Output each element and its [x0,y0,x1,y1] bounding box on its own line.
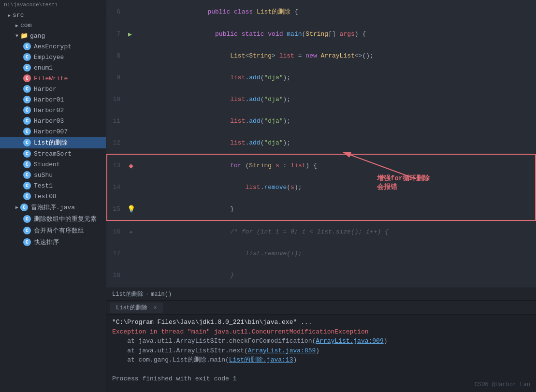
breakpoint-icon: ◆ [129,162,133,171]
table-row: 7 ▶ public static void main(String[] arg… [107,23,536,45]
breadcrumb-class: List的删除 [112,290,144,298]
class-icon: C [23,215,31,223]
code-table: 6 public class List的删除 { 7 ▶ [106,0,536,288]
class-icon: C [23,85,31,93]
sidebar-item-merge-arr[interactable]: C 合并两个有序数组 [0,225,106,236]
sidebar-item-streamsort[interactable]: C StreamSort [0,148,106,159]
sidebar-item-label: AesEncrypt [34,43,72,50]
sidebar-item-label: suShu [34,172,53,179]
line-code: list.add("dja"); [136,88,536,110]
class-icon: C [23,160,31,168]
sidebar-item-label: Student [34,161,60,168]
terminal-line [112,365,530,375]
line-number: 10 [107,88,126,110]
code-editor: 6 public class List的删除 { 7 ▶ [106,0,536,288]
table-row: 15 💡 } [107,198,536,220]
hint-icon: 💡 [127,205,135,213]
line-number: 19 [107,286,126,288]
arrow-icon: ▶ [8,13,11,18]
line-number: 6 [107,0,126,23]
terminal-process-finished: Process finished with exit code 1 [112,375,236,382]
line-code: list.removeAll(list); [136,286,536,288]
sidebar-item-label: Harbor03 [34,117,64,125]
sidebar-item-label: 快速排序 [34,238,59,247]
line-code: list.add("dja"); [136,67,536,88]
sidebar-item-label: 删除数组中的重复元素 [34,215,97,223]
sidebar-item-harbor[interactable]: C Harbor [0,84,106,94]
line-number: 8 [107,45,126,67]
terminal-text: at java.util.ArrayList$Itr.checkForComod… [112,337,316,345]
class-icon: C [23,227,31,234]
sidebar-item-harbor007[interactable]: C Harbor007 [0,126,106,137]
sidebar-item-label: Test1 [34,182,53,189]
terminal-text: ) [293,356,297,363]
sidebar-item-aesencrypt[interactable]: C AesEncrypt [0,41,106,52]
sidebar-item-filewrite[interactable]: C FileWrite [0,73,106,84]
sidebar-item-label: List的删除 [34,138,68,147]
line-number: 16 [107,220,126,243]
class-icon: C [23,53,31,61]
sidebar-item-label: com [20,22,31,29]
line-code: /* for (int i = 0; i < list.size(); i++)… [136,220,536,243]
class-icon: C [23,106,31,114]
sidebar-item-label: Harbor [34,86,57,93]
line-gutter [126,45,136,67]
class-icon: C [20,203,28,211]
arrow-icon: ▼ [15,33,18,39]
sidebar-item-label: Test08 [34,193,57,200]
table-row: 10 list.add("dja"); [107,88,536,110]
line-number: 17 [107,243,126,264]
line-gutter [126,286,136,288]
sidebar-item-enum1[interactable]: C enum1 [0,62,106,73]
sidebar-item-com[interactable]: ▶ com [0,20,106,30]
sidebar-item-list-delete[interactable]: C List的删除 [0,137,106,148]
line-gutter: ◆ [126,154,136,176]
terminal-link[interactable]: ArrayList.java:859 [248,347,316,354]
line-code: list.remove(i); [136,243,536,264]
sidebar-item-quicksort[interactable]: C 快速排序 [0,236,106,248]
sidebar-item-label: 合并两个有序数组 [34,226,84,235]
status-bar: List的删除 › main() [106,288,536,300]
sidebar-item-gang[interactable]: ▼ 📁 gang [0,30,106,41]
sidebar-item-label: gang [30,32,45,40]
terminal-text: at java.util.ArrayList$Itr.next( [112,347,248,354]
line-gutter: ◆ [126,220,136,243]
class-icon: C [23,238,31,246]
terminal-link[interactable]: List的删除.java:13 [229,356,293,363]
sidebar-item-test1[interactable]: C Test1 [0,180,106,191]
run-icon[interactable]: ▶ [128,31,132,38]
sidebar-item-harbor02[interactable]: C Harbor02 [0,105,106,116]
line-code: } [136,198,536,220]
terminal-tab-list-delete[interactable]: List的删除 × [110,303,163,313]
terminal-link[interactable]: ArrayList.java:909 [316,337,383,345]
sidebar-item-bubblesort[interactable]: ▶ C 冒泡排序.java [0,202,106,213]
terminal-line: Exception in thread "main" java.util.Con… [112,327,530,337]
terminal-text: ) [384,337,388,345]
sidebar-item-employee[interactable]: C Employee [0,52,106,62]
sidebar-item-student[interactable]: C Student [0,159,106,170]
sidebar-item-remove-dup[interactable]: C 删除数组中的重复元素 [0,213,106,225]
sidebar-item-test08[interactable]: C Test08 [0,191,106,202]
terminal-text: "C:\Program Files\Java\jdk1.8.0_221\bin\… [112,319,312,326]
line-code: public static void main(String[] args) { [136,23,536,45]
table-row: 11 list.add("dja"); [107,110,536,132]
watermark: CSDN @Harbor Lau [475,381,530,388]
breadcrumb: List的删除 › main() [112,290,172,298]
terminal-line: "C:\Program Files\Java\jdk1.8.0_221\bin\… [112,318,530,327]
line-number: 11 [107,110,126,132]
sidebar-item-src[interactable]: ▶ src [0,10,106,20]
terminal-text: at com.gang.List的删除.main( [112,356,229,363]
class-icon: C [23,171,31,179]
terminal-panel: List的删除 × "C:\Program Files\Java\jdk1.8.… [106,300,536,392]
sidebar-item-label: Harbor02 [34,107,64,114]
sidebar-item-sushu[interactable]: C suShu [0,170,106,180]
table-row: 12 list.add("dja"); [107,132,536,154]
terminal-tab-label: List的删除 [116,305,147,311]
line-number: 7 [107,23,126,45]
sidebar-item-harbor01[interactable]: C Harbor01 [0,94,106,105]
fold-icon: ◆ [130,230,132,235]
terminal-tab-bar: List的删除 × [106,301,536,315]
terminal-tab-close[interactable]: × [154,305,157,311]
line-gutter: ▶ [126,23,136,45]
sidebar-item-harbor03[interactable]: C Harbor03 [0,116,106,126]
